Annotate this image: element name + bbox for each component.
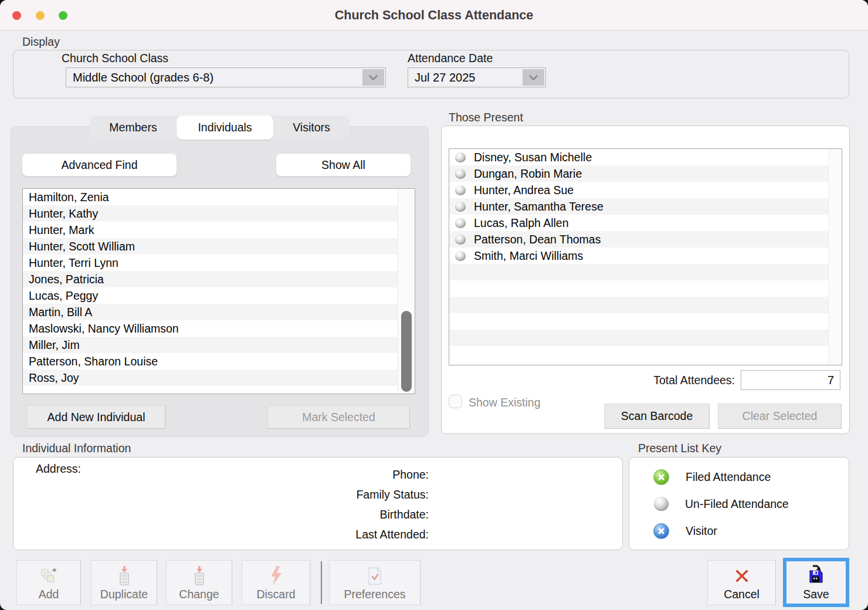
unfiled-attendance-icon <box>455 152 466 162</box>
list-item[interactable]: Maslowski, Nancy Williamson <box>23 320 415 337</box>
present-key-group-box: Filed AttendanceUn-Filed AttendanceVisit… <box>629 457 849 550</box>
list-item[interactable]: Hunter, Terri Lynn <box>23 255 415 271</box>
class-dropdown[interactable]: Middle School (grades 6-8) <box>66 67 386 87</box>
present-list-item[interactable]: Patterson, Dean Thomas <box>449 231 842 248</box>
change-button[interactable]: Change <box>166 560 232 605</box>
scan-barcode-button[interactable]: Scan Barcode <box>604 404 710 429</box>
info-field-label: Last Attended: <box>248 524 429 544</box>
key-row: Visitor <box>629 517 849 544</box>
show-all-button[interactable]: Show All <box>276 153 411 177</box>
window-title: Church School Class Attendance <box>0 0 868 30</box>
list-item[interactable]: Lucas, Peggy <box>23 287 415 304</box>
unfiled-attendance-icon <box>455 235 466 245</box>
show-existing-label: Show Existing <box>469 396 540 409</box>
individual-info-group-label: Individual Information <box>22 442 131 455</box>
key-row: Un-Filed Attendance <box>629 490 849 517</box>
info-right-labels: Phone:Family Status:Birthdate:Last Atten… <box>248 465 429 544</box>
key-label: Un-Filed Attendance <box>685 497 789 511</box>
save-button[interactable]: Save <box>783 558 849 607</box>
show-existing-checkbox[interactable] <box>449 395 462 408</box>
list-item[interactable]: Hamilton, Zenia <box>23 189 415 205</box>
tab-individuals[interactable]: Individuals <box>177 116 273 140</box>
key-label: Filed Attendance <box>686 470 771 484</box>
unfiled-attendance-icon <box>455 169 466 179</box>
present-list-item[interactable]: Disney, Susan Michelle <box>449 149 842 165</box>
title-bar: Church School Class Attendance <box>0 0 868 30</box>
total-attendees-field: 7 <box>741 370 840 390</box>
attendee-name: Lucas, Ralph Allen <box>474 215 569 231</box>
present-key-group-label: Present List Key <box>638 442 721 455</box>
present-list-empty-row <box>449 313 842 330</box>
unfiled-attendance-icon <box>455 218 466 228</box>
discard-button-label: Discard <box>256 588 295 601</box>
clear-selected-button[interactable]: Clear Selected <box>718 404 842 429</box>
advanced-find-button[interactable]: Advanced Find <box>22 153 177 177</box>
list-item[interactable]: Hunter, Scott William <box>23 238 415 255</box>
individuals-list-rows: Hamilton, ZeniaHunter, KathyHunter, Mark… <box>23 189 415 386</box>
list-item[interactable]: Hunter, Kathy <box>23 205 415 222</box>
list-item[interactable]: Jones, Patricia <box>23 271 415 287</box>
key-row: Filed Attendance <box>629 463 849 490</box>
unfiled-attendance-icon <box>455 185 466 195</box>
list-item[interactable]: Martin, Bill A <box>23 304 415 320</box>
attendee-name: Patterson, Dean Thomas <box>474 231 601 248</box>
info-field-label: Phone: <box>248 465 429 484</box>
mark-selected-button[interactable]: Mark Selected <box>267 405 410 429</box>
add-button[interactable]: Add <box>16 560 81 605</box>
present-list-empty-row <box>449 264 842 280</box>
save-button-label: Save <box>803 588 829 601</box>
list-item[interactable]: Miller, Jim <box>23 337 415 353</box>
present-list-item[interactable]: Smith, Marci Williams <box>449 248 842 264</box>
change-icon <box>192 565 207 587</box>
present-list-empty-row <box>449 297 842 313</box>
display-group-label: Display <box>22 35 60 49</box>
present-list-rows: Disney, Susan MichelleDungan, Robin Mari… <box>449 149 842 362</box>
list-item[interactable]: Patterson, Sharon Louise <box>23 353 415 370</box>
unfiled-attendance-icon <box>654 497 669 511</box>
visitor-icon <box>653 523 669 539</box>
individuals-list[interactable]: Hamilton, ZeniaHunter, KathyHunter, Mark… <box>22 188 415 394</box>
unfiled-attendance-icon <box>455 202 466 212</box>
present-list-item[interactable]: Lucas, Ralph Allen <box>449 215 842 231</box>
cancel-button[interactable]: Cancel <box>707 560 776 605</box>
tab-members[interactable]: Members <box>90 116 177 140</box>
present-list-item[interactable]: Hunter, Samantha Terese <box>449 198 842 215</box>
total-attendees-label: Total Attendees: <box>653 374 735 387</box>
present-list-empty-row <box>449 346 842 362</box>
chevron-down-icon[interactable] <box>523 69 544 86</box>
save-floppy-icon <box>807 564 826 585</box>
discard-lightning-icon <box>269 565 283 587</box>
present-list-item[interactable]: Hunter, Andrea Sue <box>449 182 842 198</box>
info-field-label: Birthdate: <box>248 504 429 524</box>
list-item[interactable]: Hunter, Mark <box>23 222 415 238</box>
scrollbar-track[interactable] <box>828 149 842 365</box>
cancel-x-icon <box>733 565 751 587</box>
class-dropdown-value: Middle School (grades 6-8) <box>66 68 385 87</box>
cancel-button-label: Cancel <box>724 588 760 601</box>
scrollbar-thumb[interactable] <box>401 311 412 392</box>
toolbar-separator <box>321 561 322 604</box>
duplicate-button-label: Duplicate <box>100 588 148 601</box>
date-dropdown[interactable]: Jul 27 2025 <box>408 67 546 87</box>
change-button-label: Change <box>179 588 219 601</box>
present-list-item[interactable]: Dungan, Robin Marie <box>449 165 842 182</box>
duplicate-button[interactable]: Duplicate <box>91 560 157 605</box>
attendee-name: Hunter, Samantha Terese <box>474 198 603 215</box>
present-list[interactable]: Disney, Susan MichelleDungan, Robin Mari… <box>449 148 842 365</box>
key-label: Visitor <box>686 524 717 538</box>
present-list-empty-row <box>449 280 842 297</box>
class-field-label: Church School Class <box>62 52 168 65</box>
add-new-individual-button[interactable]: Add New Individual <box>27 405 165 429</box>
discard-button[interactable]: Discard <box>242 560 310 605</box>
tab-visitors[interactable]: Visitors <box>273 116 350 140</box>
add-button-label: Add <box>39 588 59 601</box>
preferences-button-label: Preferences <box>344 588 405 601</box>
preferences-button[interactable]: Preferences <box>329 560 421 605</box>
list-item[interactable]: Ross, Joy <box>23 370 415 386</box>
address-label: Address: <box>36 462 81 476</box>
scrollbar-track[interactable] <box>398 189 415 394</box>
attendee-name: Dungan, Robin Marie <box>474 165 582 182</box>
chevron-down-icon[interactable] <box>362 69 384 86</box>
present-list-empty-row <box>449 330 842 346</box>
add-icon <box>40 565 57 587</box>
